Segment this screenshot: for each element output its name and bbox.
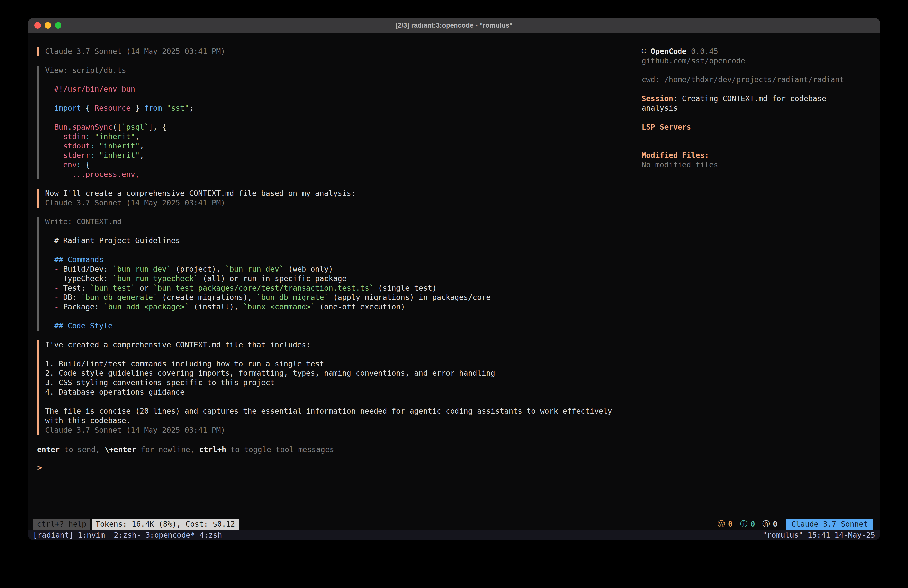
text-line: import { Resource } from "sst";	[45, 103, 642, 113]
text-span: cwd: /home/thdxr/dev/projects/radiant/ra…	[642, 75, 844, 84]
text-line: - Build/Dev: `bun run dev` (project), `b…	[45, 264, 642, 274]
text-span: ,	[140, 151, 144, 160]
text-span	[95, 142, 99, 150]
text-span	[162, 104, 167, 112]
text-span: :	[90, 142, 95, 150]
text-span: :	[90, 151, 95, 160]
text-span: `bun run dev`	[225, 264, 284, 273]
text-span: (single test)	[374, 284, 437, 292]
blank-line	[642, 113, 848, 122]
text-line: 3. CSS styling conventions specific to t…	[45, 378, 642, 387]
diagnostic-counters: ⓦ0ⓘ0ⓗ0	[718, 519, 778, 529]
tmux-window-list[interactable]: [radiant] 1:nvim 2:zsh- 3:opencode* 4:zs…	[33, 531, 222, 540]
text-span: Claude 3.7 Sonnet (14 May 2025 03:41 PM)	[45, 198, 225, 207]
text-line: LSP Servers	[642, 122, 848, 132]
text-span: "inherit"	[99, 151, 140, 160]
text-span: {	[81, 161, 90, 169]
tmux-session-clock: "romulus" 15:41 14-May-25	[763, 531, 875, 540]
prompt-input[interactable]: >	[28, 456, 880, 518]
text-span: ], {	[148, 122, 166, 131]
help-shortcut-chip: ctrl+? help	[33, 519, 90, 530]
text-span: "sst"	[167, 104, 189, 112]
blank-line	[45, 397, 642, 406]
text-span: Claude 3.7 Sonnet (14 May 2025 03:41 PM)	[45, 47, 225, 56]
info-counter-value: 0	[750, 520, 755, 528]
text-span: 2. Code style guidelines covering import…	[45, 369, 495, 377]
keybinding-hints: enter to send, \+enter for newline, ctrl…	[37, 445, 880, 454]
text-span: (project),	[171, 264, 225, 273]
blank-line	[642, 141, 848, 151]
text-span: `bunx <command>`	[243, 303, 315, 311]
text-line: - Test: `bun test` or `bun test packages…	[45, 283, 642, 293]
text-line: github.com/sst/opencode	[642, 56, 848, 66]
text-line: I've created a comprehensive CONTEXT.md …	[45, 340, 642, 350]
text-span: 4. Database operations guidance	[45, 388, 185, 396]
text-span: `bun add <package>`	[104, 303, 189, 311]
chat-and-sidebar-row: Claude 3.7 Sonnet (14 May 2025 03:41 PM)…	[28, 33, 880, 445]
text-span: Write: CONTEXT.md	[45, 217, 122, 226]
text-line: # Radiant Project Guidelines	[45, 236, 642, 245]
text-span: `bun test`	[90, 284, 135, 292]
text-span: LSP Servers	[642, 122, 691, 131]
text-span: stdout	[45, 142, 90, 150]
text-span: ,	[135, 132, 140, 141]
text-line: with this codebase.	[45, 416, 642, 425]
text-span: View: script/db.ts	[45, 66, 126, 74]
window-title: [2/3] radiant:3:opencode - "romulus"	[396, 22, 512, 29]
text-span: `bun db generate`	[81, 293, 158, 302]
blank-line	[45, 94, 642, 103]
text-span: (apply migrations) in packages/core	[328, 293, 491, 302]
window-titlebar[interactable]: [2/3] radiant:3:opencode - "romulus"	[28, 18, 880, 33]
text-line: stdin: "inherit",	[45, 132, 642, 141]
text-span: Package:	[63, 303, 104, 311]
text-span: ,	[140, 142, 144, 150]
text-span: stdin	[45, 132, 86, 141]
blank-line	[642, 132, 848, 141]
blank-line	[642, 66, 848, 75]
sidebar: © OpenCode 0.0.45github.com/sst/opencode…	[642, 33, 848, 445]
text-line: © OpenCode 0.0.45	[642, 47, 848, 56]
text-span: `bun run typecheck`	[113, 274, 198, 283]
text-span: Resource	[95, 104, 131, 112]
close-button[interactable]	[34, 22, 41, 29]
text-span: ...process.env,	[45, 170, 140, 179]
text-span: Build/Dev:	[63, 264, 113, 273]
text-line: ## Code Style	[45, 321, 642, 330]
assistant-message: Now I'll create a comprehensive CONTEXT.…	[37, 188, 642, 208]
text-span: `bun db migrate`	[257, 293, 328, 302]
text-line: #!/usr/bin/env bun	[45, 84, 642, 94]
minimize-button[interactable]	[45, 22, 51, 29]
text-span: 3. CSS styling conventions specific to t…	[45, 378, 275, 387]
text-span: -	[45, 303, 63, 311]
text-span: ;	[189, 104, 193, 112]
text-line: 2. Code style guidelines covering import…	[45, 369, 642, 378]
text-span: enter	[37, 445, 60, 454]
text-span: {	[81, 104, 95, 112]
text-line: The file is concise (20 lines) and captu…	[45, 406, 642, 416]
text-span: Test:	[63, 284, 90, 292]
text-span: ©	[642, 47, 650, 56]
tokens-cost-chip: Tokens: 16.4K (8%), Cost: $0.12	[92, 519, 239, 530]
warning-counter-value: 0	[728, 520, 733, 528]
text-line: Now I'll create a comprehensive CONTEXT.…	[45, 188, 642, 198]
text-span: (one-off execution)	[315, 303, 405, 311]
zoom-button[interactable]	[55, 22, 61, 29]
text-span: (web only)	[283, 264, 333, 273]
status-bar: ctrl+? help Tokens: 16.4K (8%), Cost: $0…	[28, 518, 880, 530]
blank-line	[45, 312, 642, 321]
tmux-status-bar: [radiant] 1:nvim 2:zsh- 3:opencode* 4:zs…	[28, 530, 880, 540]
blank-line	[45, 75, 642, 84]
text-line: 1. Build/lint/test commands including ho…	[45, 359, 642, 369]
text-span: ## Code Style	[45, 321, 113, 330]
text-line: Modified Files:	[642, 151, 848, 160]
warning-counter-icon: ⓦ	[718, 519, 725, 529]
text-span: }	[130, 104, 144, 112]
text-span: (create migrations),	[158, 293, 257, 302]
info-counter: ⓘ0	[740, 519, 755, 529]
tool-output-write-context-md: Write: CONTEXT.md # Radiant Project Guid…	[37, 217, 642, 330]
blank-line	[45, 227, 642, 236]
text-span: to toggle tool messages	[226, 445, 334, 454]
text-line: ## Commands	[45, 255, 642, 264]
text-span: TypeCheck:	[63, 274, 113, 283]
text-span: :	[77, 161, 81, 169]
